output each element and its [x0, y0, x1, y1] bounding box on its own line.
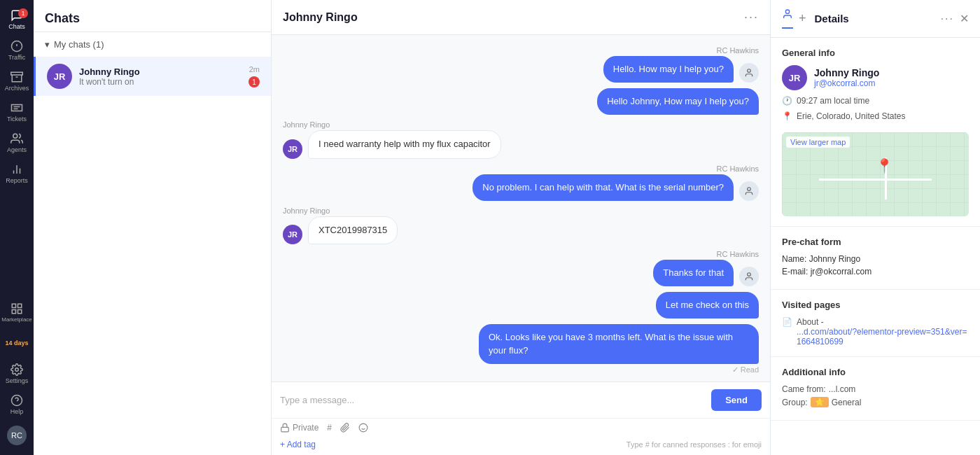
nav-item-traffic[interactable]: Traffic	[3, 36, 31, 64]
additional-info-section: Additional info Came from: ...l.com Grou…	[771, 357, 980, 421]
map-link[interactable]: View larger map	[786, 136, 850, 148]
my-chats-section[interactable]: ▾ My chats (1)	[34, 32, 271, 57]
came-from-row: Came from: ...l.com	[782, 384, 969, 394]
nav-item-help[interactable]: Help	[3, 391, 31, 419]
svg-rect-21	[281, 427, 289, 431]
nav-item-tickets[interactable]: Tickets	[3, 98, 31, 126]
panel-location-row: 📍 Erie, Colorado, United States	[782, 111, 969, 121]
nav-item-marketplace[interactable]: Marketplace	[3, 298, 31, 326]
pre-chat-email-value: jr@okcorral.com	[811, 267, 872, 276]
visited-pages-title: Visited pages	[782, 300, 969, 310]
svg-point-19	[748, 188, 751, 191]
pre-chat-name-row: Name: Johnny Ringo	[782, 254, 969, 264]
sidebar-header: Chats	[34, 0, 271, 32]
agent-avatar-1	[739, 63, 759, 83]
msg-bubble-6: Thanks for that	[653, 260, 734, 286]
additional-info-title: Additional info	[782, 367, 969, 377]
group-label: Group:	[782, 398, 808, 407]
nav-item-settings[interactable]: Settings	[3, 360, 31, 388]
nav-label-help: Help	[10, 408, 24, 415]
left-nav: 1 Chats Traffic Archives Tickets Agents …	[0, 0, 34, 455]
attachment-button[interactable]	[340, 423, 350, 433]
msg-row-8: Ok. Looks like you have 3 months left. W…	[479, 324, 759, 363]
chat-input-row: Send	[272, 382, 770, 418]
nav-label-14days: 14 days	[5, 340, 28, 346]
map-pin: 📍	[876, 158, 893, 174]
chat-header-actions: ···	[744, 10, 759, 24]
details-options-button[interactable]: ···	[941, 13, 954, 25]
panel-location: Erie, Colorado, United States	[797, 111, 905, 121]
msg-group-8: Ok. Looks like you have 3 months left. W…	[283, 324, 759, 374]
svg-rect-14	[12, 309, 15, 313]
message-input[interactable]	[280, 395, 706, 405]
send-button[interactable]: Send	[711, 389, 762, 411]
chevron-down-icon: ▾	[45, 39, 50, 50]
chat-preview: It won't turn on	[79, 77, 241, 87]
chat-avatar: JR	[47, 64, 72, 89]
close-panel-button[interactable]: ✕	[960, 12, 969, 25]
nav-item-agents[interactable]: Agents	[3, 129, 31, 157]
chat-info: Johnny Ringo It won't turn on	[79, 66, 241, 87]
user-avatar-jr1: JR	[283, 139, 302, 159]
chat-options-button[interactable]: ···	[744, 10, 759, 24]
msg-bubble-3: I need warranty help with my flux capaci…	[308, 130, 501, 158]
visited-page-item: 📄 About - ...d.com/about/?elementor-prev…	[782, 317, 969, 346]
pre-chat-name-label: Name:	[782, 254, 806, 264]
group-value: General	[832, 398, 862, 407]
msg-row-1: Hello. How may I help you?	[603, 56, 759, 83]
svg-point-20	[748, 273, 751, 276]
msg-group-2: Hello Johnny, How may I help you?	[283, 88, 759, 115]
pre-chat-title: Pre-chat form	[782, 237, 969, 247]
footer-hint: Type # for canned responses : for emoji	[626, 440, 762, 449]
visited-page-url[interactable]: ...d.com/about/?elementor-preview=351&ve…	[797, 327, 969, 346]
read-indicator: ✓ Read	[732, 365, 759, 374]
chat-unread-badge: 1	[248, 76, 260, 88]
nav-label-tickets: Tickets	[7, 115, 27, 122]
msg-sender-rc3: RC Hawkins	[716, 250, 759, 258]
svg-rect-11	[12, 304, 15, 307]
visited-pages-section: Visited pages 📄 About - ...d.com/about/?…	[771, 290, 980, 357]
hash-button[interactable]: #	[327, 423, 332, 433]
msg-row-6: Thanks for that	[653, 260, 759, 286]
msg-bubble-8: Ok. Looks like you have 3 months left. W…	[479, 324, 759, 363]
nav-item-archives[interactable]: Archives	[3, 67, 31, 95]
svg-rect-12	[18, 304, 22, 307]
msg-group-6: RC Hawkins Thanks for that	[283, 250, 759, 286]
msg-bubble-2: Hello Johnny, How may I help you?	[597, 88, 759, 115]
panel-local-time-row: 🕐 09:27 am local time	[782, 96, 969, 106]
msg-group-1: RC Hawkins Hello. How may I help you?	[283, 46, 759, 83]
sidebar-title: Chats	[45, 11, 80, 26]
msg-bubble-1: Hello. How may I help you?	[603, 56, 734, 83]
clock-icon: 🕐	[782, 96, 792, 106]
panel-user-email[interactable]: jr@okcorral.com	[814, 78, 879, 88]
svg-point-18	[748, 69, 751, 73]
panel-user-avatar: JR	[782, 65, 807, 90]
chat-footer: + Add tag Type # for canned responses : …	[272, 437, 770, 455]
general-info-title: General info	[782, 48, 969, 58]
nav-item-chats[interactable]: 1 Chats	[3, 6, 31, 34]
emoji-button[interactable]	[358, 423, 368, 433]
msg-group-3: Johnny Ringo JR I need warranty help wit…	[283, 120, 759, 158]
add-tag-button[interactable]: + Add tag	[280, 440, 316, 449]
input-toolbar: Private #	[272, 418, 770, 437]
lock-button[interactable]: Private	[280, 423, 318, 433]
svg-rect-3	[11, 72, 23, 75]
nav-label-settings: Settings	[6, 377, 29, 384]
panel-tab-person[interactable]	[782, 8, 793, 29]
panel-local-time: 09:27 am local time	[797, 96, 869, 106]
msg-sender-rc1: RC Hawkins	[716, 46, 759, 55]
came-from-label: Came from:	[782, 384, 826, 394]
svg-point-25	[785, 10, 789, 13]
agent-avatar-3	[739, 267, 759, 286]
nav-item-14days[interactable]: 14 days	[3, 329, 31, 357]
right-panel: + Details ··· ✕ General info JR Johnny R…	[770, 0, 980, 455]
pre-chat-section: Pre-chat form Name: Johnny Ringo E-mail:…	[771, 227, 980, 290]
panel-tab-add[interactable]: +	[799, 11, 806, 26]
chats-badge: 1	[18, 8, 28, 18]
nav-item-reports[interactable]: Reports	[3, 160, 31, 188]
chat-header-title: Johnny Ringo	[283, 11, 358, 24]
sidebar: Chats ▾ My chats (1) JR Johnny Ringo It …	[34, 0, 272, 455]
chat-list-item-johnny[interactable]: JR Johnny Ringo It won't turn on 2m 1	[34, 57, 271, 96]
nav-avatar[interactable]: RC	[3, 421, 31, 449]
general-info-section: General info JR Johnny Ringo jr@okcorral…	[771, 38, 980, 227]
